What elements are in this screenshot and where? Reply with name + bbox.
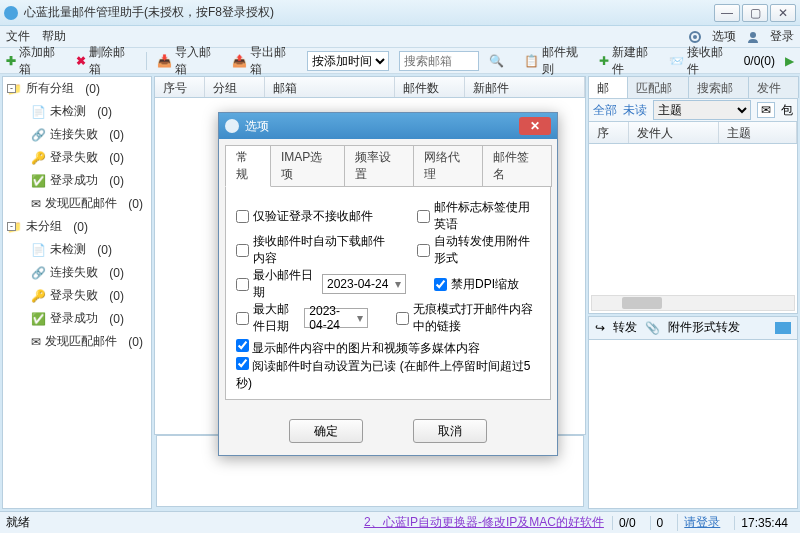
dialog-tabs: 常规 IMAP选项 频率设置 网络代理 邮件签名 — [219, 139, 557, 187]
ad-link[interactable]: 2、心蓝IP自动更换器-修改IP及MAC的好软件 — [364, 514, 604, 531]
tab-match[interactable]: 匹配邮件 — [627, 76, 689, 98]
menu-login[interactable]: 登录 — [770, 28, 794, 45]
play-icon[interactable]: ▶ — [785, 54, 794, 68]
forward-label[interactable]: 转发 — [613, 319, 637, 336]
calendar-icon[interactable]: ▾ — [357, 311, 363, 325]
col-seq[interactable]: 序号 — [155, 77, 205, 97]
col-subject[interactable]: 主题 — [719, 122, 797, 143]
import-mailbox-button[interactable]: 📥导入邮箱 — [157, 44, 222, 78]
tree-item[interactable]: 🔗连接失败 (0) — [3, 261, 151, 284]
col-group[interactable]: 分组 — [205, 77, 265, 97]
mail-rules-button[interactable]: 📋邮件规则 — [524, 44, 589, 78]
close-button[interactable]: ✕ — [770, 4, 796, 22]
col-sender[interactable]: 发件人 — [629, 122, 719, 143]
tab-search[interactable]: 搜索邮件 — [688, 76, 750, 98]
opt-auto-download[interactable]: 接收邮件时自动下载邮件内容 — [236, 233, 389, 267]
sort-select[interactable]: 按添加时间 — [307, 51, 389, 71]
col-seq[interactable]: 序号 — [589, 122, 629, 143]
tab-signature[interactable]: 邮件签名 — [482, 145, 552, 187]
menu-options[interactable]: 选项 — [712, 28, 736, 45]
add-mailbox-button[interactable]: ✚添加邮箱 — [6, 44, 66, 78]
minimize-button[interactable]: — — [714, 4, 740, 22]
dialog-close-button[interactable]: ✕ — [519, 117, 551, 135]
envelope-icon[interactable]: ✉ — [757, 102, 775, 118]
user-icon[interactable] — [746, 30, 760, 44]
opt-auto-attach[interactable]: 自动转发使用附件形式 — [417, 233, 540, 267]
dialog-title: 选项 — [245, 118, 269, 135]
preview-pane[interactable] — [588, 340, 798, 510]
dialog-body: 仅验证登录不接收邮件 邮件标志标签使用英语 接收邮件时自动下载邮件内容 自动转发… — [225, 186, 551, 400]
forward-attach-label[interactable]: 附件形式转发 — [668, 319, 740, 336]
tab-mail[interactable]: 邮件 — [588, 76, 628, 98]
menu-file[interactable]: 文件 — [6, 28, 30, 45]
collapse-icon[interactable]: - — [7, 222, 16, 231]
tree-item[interactable]: ✉发现匹配邮件 (0) — [3, 192, 151, 215]
menu-help[interactable]: 帮助 — [42, 28, 66, 45]
tree-item[interactable]: 📄未检测 (0) — [3, 100, 151, 123]
status-login-link[interactable]: 请登录 — [677, 514, 726, 531]
checkbox[interactable] — [236, 210, 249, 223]
svg-point-1 — [693, 35, 697, 39]
tree-item[interactable]: 🔗连接失败 (0) — [3, 123, 151, 146]
dialog-buttons: 确定 取消 — [219, 407, 557, 455]
tree-item[interactable]: 📄未检测 (0) — [3, 238, 151, 261]
opt-disable-dpi[interactable]: 禁用DPI缩放 — [434, 267, 519, 301]
tab-freq[interactable]: 频率设置 — [344, 145, 414, 187]
filter-subject-select[interactable]: 主题 — [653, 100, 751, 120]
checkbox[interactable] — [236, 244, 249, 257]
status-icon: ✅ — [31, 174, 46, 188]
col-count[interactable]: 邮件数 — [395, 77, 465, 97]
checkbox[interactable] — [236, 339, 249, 352]
tree-item[interactable]: ✉发现匹配邮件 (0) — [3, 330, 151, 353]
tree-item[interactable]: 🔑登录失败 (0) — [3, 284, 151, 307]
tab-imap[interactable]: IMAP选项 — [270, 145, 345, 187]
opt-verify-only[interactable]: 仅验证登录不接收邮件 — [236, 199, 389, 233]
sidebar-tree: - 📁 所有分组 (0) 📄未检测 (0)🔗连接失败 (0)🔑登录失败 (0)✅… — [2, 76, 152, 509]
tab-proxy[interactable]: 网络代理 — [413, 145, 483, 187]
new-mail-button[interactable]: ✚新建邮件 — [599, 44, 659, 78]
checkbox[interactable] — [417, 244, 430, 257]
filter-all[interactable]: 全部 — [593, 102, 617, 119]
search-input[interactable] — [399, 51, 479, 71]
tree-item[interactable]: 🔑登录失败 (0) — [3, 146, 151, 169]
collapse-icon[interactable]: - — [7, 84, 16, 93]
export-mailbox-button[interactable]: 📤导出邮箱 — [232, 44, 297, 78]
min-date-input[interactable]: 2023-04-24▾ — [322, 274, 406, 294]
tab-general[interactable]: 常规 — [225, 145, 271, 187]
status-time: 17:35:44 — [734, 516, 794, 530]
gear-icon[interactable] — [688, 30, 702, 44]
dialog-titlebar[interactable]: 选项 ✕ — [219, 113, 557, 139]
opt-show-media[interactable]: 显示邮件内容中的图片和视频等多媒体内容 — [236, 339, 480, 357]
filter-unread[interactable]: 未读 — [623, 102, 647, 119]
opt-traceless[interactable]: 无痕模式打开邮件内容中的链接 — [396, 301, 540, 335]
tree-root-ungrouped[interactable]: - 📁 未分组 (0) — [3, 215, 151, 238]
cancel-button[interactable]: 取消 — [413, 419, 487, 443]
checkbox[interactable] — [236, 312, 249, 325]
delete-mailbox-button[interactable]: ✖删除邮箱 — [76, 44, 136, 78]
opt-flag-english[interactable]: 邮件标志标签使用英语 — [417, 199, 540, 233]
checkbox[interactable] — [236, 278, 249, 291]
dialog-icon — [225, 119, 239, 133]
blue-block-icon — [775, 322, 791, 334]
ok-button[interactable]: 确定 — [289, 419, 363, 443]
mail-list-body[interactable] — [588, 144, 798, 314]
checkbox[interactable] — [417, 210, 430, 223]
search-icon[interactable]: 🔍 — [489, 54, 504, 68]
receive-mail-button[interactable]: 📨接收邮件 — [669, 44, 734, 78]
scrollbar-horizontal[interactable] — [591, 295, 795, 311]
tree-root-all[interactable]: - 📁 所有分组 (0) — [3, 77, 151, 100]
col-newmail[interactable]: 新邮件 — [465, 77, 585, 97]
scrollbar-thumb[interactable] — [622, 297, 662, 309]
checkbox[interactable] — [396, 312, 409, 325]
maximize-button[interactable]: ▢ — [742, 4, 768, 22]
tree-item[interactable]: ✅登录成功 (0) — [3, 307, 151, 330]
checkbox[interactable] — [434, 278, 447, 291]
checkbox[interactable] — [236, 357, 249, 370]
max-date-input[interactable]: 2023-04-24▾ — [304, 308, 368, 328]
tree-item[interactable]: ✅登录成功 (0) — [3, 169, 151, 192]
opt-min-date: 最小邮件日期 2023-04-24▾ — [236, 267, 406, 301]
col-mailbox[interactable]: 邮箱 — [265, 77, 395, 97]
opt-mark-read[interactable]: 阅读邮件时自动设置为已读 (在邮件上停留时间超过5秒) — [236, 357, 540, 392]
tab-sent[interactable]: 发件箱 — [748, 76, 799, 98]
calendar-icon[interactable]: ▾ — [395, 277, 401, 291]
